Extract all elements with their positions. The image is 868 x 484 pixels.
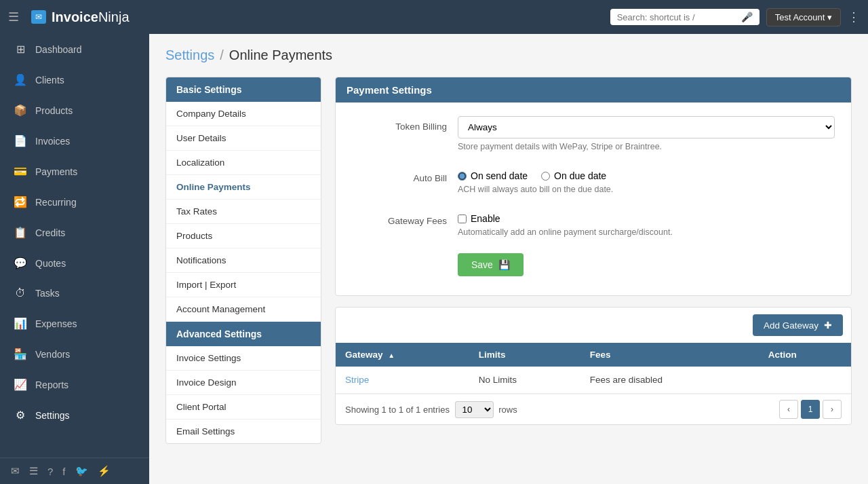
col-limits[interactable]: Limits [469, 343, 580, 367]
help-footer-icon[interactable]: ? [47, 466, 53, 477]
token-billing-control: Always Opt-in Opt-out Disabled Store pay… [458, 116, 835, 151]
menu-item-localization[interactable]: Localization [166, 151, 321, 175]
rows-per-page-select[interactable]: 10 25 50 100 [455, 401, 494, 418]
sidebar-item-label: Tasks [35, 288, 60, 299]
sidebar-item-credits[interactable]: 📋 Credits [0, 217, 149, 248]
sidebar-item-quotes[interactable]: 💬 Quotes [0, 248, 149, 278]
sidebar-item-label: Invoices [35, 136, 70, 147]
settings-panel: Payment Settings Token Billing Always Op… [335, 77, 852, 425]
sidebar-item-vendors[interactable]: 🏪 Vendors [0, 339, 149, 369]
cell-action [759, 367, 851, 394]
recurring-icon: 🔁 [14, 196, 27, 208]
token-billing-select[interactable]: Always Opt-in Opt-out Disabled [458, 116, 835, 138]
sidebar-item-label: Payments [35, 166, 77, 177]
payments-icon: 💳 [14, 165, 27, 178]
breadcrumb-settings-link[interactable]: Settings [165, 48, 214, 63]
gateway-fees-label: Gateway Fees [352, 210, 447, 226]
menu-item-notifications[interactable]: Notifications [166, 248, 321, 273]
auto-bill-row: Auto Bill On send date On due [352, 168, 835, 194]
pagination-next[interactable]: › [823, 400, 842, 419]
sidebar: ⊞ Dashboard 👤 Clients 📦 Products 📄 Invoi… [0, 34, 149, 484]
gateway-fees-checkbox[interactable] [458, 215, 467, 223]
tasks-icon: ⏱ [14, 287, 27, 299]
col-action[interactable]: Action [759, 343, 851, 367]
dashboard-icon: ⊞ [14, 43, 27, 56]
menu-item-company-details[interactable]: Company Details [166, 102, 321, 126]
menu-item-online-payments[interactable]: Online Payments [166, 175, 321, 200]
token-billing-hint: Store payment details with WePay, Stripe… [458, 142, 835, 151]
sidebar-item-label: Reports [35, 379, 68, 390]
navbar-menu-icon[interactable]: ⋮ [848, 10, 860, 24]
sidebar-item-settings[interactable]: ⚙ Settings [0, 400, 149, 430]
menu-item-products[interactable]: Products [166, 224, 321, 248]
cell-fees: Fees are disabled [580, 367, 759, 394]
auto-bill-due-date-radio[interactable] [541, 172, 550, 181]
save-button[interactable]: Save 💾 [458, 253, 524, 276]
menu-item-invoice-design[interactable]: Invoice Design [166, 371, 321, 395]
sidebar-item-clients[interactable]: 👤 Clients [0, 64, 149, 95]
content-grid: Basic Settings Company Details User Deta… [165, 77, 852, 444]
sidebar-item-label: Recurring [35, 197, 77, 208]
facebook-footer-icon[interactable]: f [62, 466, 65, 477]
menu-item-client-portal[interactable]: Client Portal [166, 395, 321, 420]
menu-item-account-management[interactable]: Account Management [166, 297, 321, 322]
menu-item-email-settings[interactable]: Email Settings [166, 420, 321, 443]
list-footer-icon[interactable]: ☰ [29, 465, 38, 477]
basic-settings-header: Basic Settings [166, 77, 321, 102]
pagination-page-1[interactable]: 1 [801, 400, 820, 419]
col-fees[interactable]: Fees [580, 343, 759, 367]
sidebar-item-products[interactable]: 📦 Products [0, 95, 149, 126]
sidebar-item-expenses[interactable]: 📊 Expenses [0, 308, 149, 339]
save-icon: 💾 [498, 259, 510, 270]
payment-settings-card: Payment Settings Token Billing Always Op… [335, 77, 852, 296]
breadcrumb: Settings / Online Payments [165, 48, 852, 63]
gateway-table: Gateway ▲ Limits Fees Acti [336, 343, 851, 394]
pagination-prev[interactable]: ‹ [779, 400, 798, 419]
add-gateway-button[interactable]: Add Gateway ✚ [753, 314, 843, 336]
email-footer-icon[interactable]: ✉ [11, 465, 20, 477]
account-button[interactable]: Test Account ▾ [766, 8, 841, 26]
sidebar-item-reports[interactable]: 📈 Reports [0, 369, 149, 400]
col-gateway[interactable]: Gateway ▲ [336, 343, 469, 367]
expenses-icon: 📊 [14, 317, 27, 330]
sidebar-item-label: Clients [35, 75, 64, 86]
sidebar-item-label: Expenses [35, 318, 77, 329]
menu-item-invoice-settings[interactable]: Invoice Settings [166, 346, 321, 371]
auto-bill-send-date[interactable]: On send date [458, 170, 528, 181]
payment-settings-body: Token Billing Always Opt-in Opt-out Disa… [336, 103, 851, 295]
sidebar-item-invoices[interactable]: 📄 Invoices [0, 126, 149, 156]
pagination: ‹ 1 › [779, 400, 842, 419]
col-gateway-label: Gateway [345, 350, 383, 360]
sidebar-footer: ✉ ☰ ? f 🐦 ⚡ [0, 458, 149, 484]
search-box[interactable]: 🎤 [610, 9, 760, 25]
auto-bill-due-date[interactable]: On due date [541, 170, 606, 181]
menu-item-user-details[interactable]: User Details [166, 126, 321, 151]
gateway-actions: Add Gateway ✚ [336, 308, 851, 343]
search-input[interactable] [617, 12, 741, 22]
advanced-settings-header: Advanced Settings [166, 322, 321, 346]
github-footer-icon[interactable]: ⚡ [98, 465, 111, 477]
gateway-fees-checkbox-text: Enable [471, 213, 500, 224]
sidebar-item-label: Dashboard [35, 44, 82, 55]
auto-bill-due-date-label: On due date [554, 170, 606, 181]
cell-gateway: Stripe [336, 367, 469, 394]
gateway-link[interactable]: Stripe [345, 375, 369, 385]
col-fees-label: Fees [590, 350, 611, 360]
twitter-footer-icon[interactable]: 🐦 [75, 465, 88, 477]
menu-item-import-export[interactable]: Import | Export [166, 273, 321, 297]
sidebar-item-recurring[interactable]: 🔁 Recurring [0, 187, 149, 217]
quotes-icon: 💬 [14, 257, 27, 269]
auto-bill-send-date-radio[interactable] [458, 172, 467, 181]
gateway-fees-checkbox-label[interactable]: Enable [458, 210, 835, 224]
menu-item-tax-rates[interactable]: Tax Rates [166, 200, 321, 224]
sidebar-item-tasks[interactable]: ⏱ Tasks [0, 278, 149, 308]
gateway-fees-control: Enable Automatically add an online payme… [458, 210, 835, 237]
clients-icon: 👤 [14, 73, 27, 86]
auto-bill-hint: ACH will always auto bill on the due dat… [458, 185, 835, 194]
hamburger-icon[interactable]: ☰ [8, 10, 19, 24]
sidebar-item-payments[interactable]: 💳 Payments [0, 156, 149, 187]
sidebar-item-label: Quotes [35, 258, 66, 269]
sidebar-item-dashboard[interactable]: ⊞ Dashboard [0, 34, 149, 64]
cell-limits: No Limits [469, 367, 580, 394]
save-label: Save [471, 259, 493, 270]
